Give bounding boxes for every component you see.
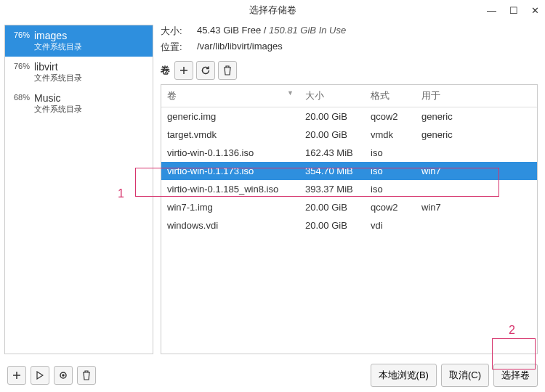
maximize-button[interactable]: ☐ <box>509 5 518 16</box>
pool-actions <box>7 366 96 385</box>
pool-text: images 文件系统目录 <box>34 30 82 52</box>
cell-usedby <box>416 144 537 162</box>
cell-name: virtio-win-0.1.173.iso <box>161 162 299 180</box>
volume-table-wrap: 卷▼ 大小 格式 用于 generic.img 20.00 GiB qcow2 … <box>161 84 538 354</box>
cell-size: 393.37 MiB <box>299 180 365 198</box>
volume-toolbar: 卷 <box>161 61 538 80</box>
record-icon <box>59 371 68 380</box>
pool-pct: 76% <box>11 30 30 39</box>
table-row[interactable]: generic.img 20.00 GiB qcow2 generic <box>161 107 537 126</box>
minimize-button[interactable]: — <box>487 5 496 16</box>
window-controls: — ☐ ✕ <box>487 0 539 20</box>
start-pool-button[interactable] <box>31 366 49 385</box>
cell-name: windows.vdi <box>161 216 299 234</box>
cell-usedby: win7 <box>416 198 537 216</box>
table-row[interactable]: windows.vdi 20.00 GiB vdi <box>161 216 537 234</box>
cell-size: 162.43 MiB <box>299 144 365 162</box>
content-pane: 大小: 45.43 GiB Free / 150.81 GiB In Use 位… <box>153 20 545 354</box>
col-usedby[interactable]: 用于 <box>416 85 537 107</box>
size-value: 45.43 GiB Free / 150.81 GiB In Use <box>197 25 346 38</box>
table-row[interactable]: virtio-win-0.1.173.iso 354.70 MiB iso wi… <box>161 162 537 180</box>
cell-usedby <box>416 180 537 198</box>
refresh-button[interactable] <box>196 61 215 80</box>
cell-size: 20.00 GiB <box>299 107 365 126</box>
cell-size: 354.70 MiB <box>299 162 365 180</box>
size-label: 大小: <box>161 25 190 38</box>
pool-type: 文件系统目录 <box>34 41 82 52</box>
col-size[interactable]: 大小 <box>299 85 365 107</box>
table-row[interactable]: virtio-win-0.1.136.iso 162.43 MiB iso <box>161 144 537 162</box>
trash-icon <box>223 65 232 75</box>
bottom-bar: 本地浏览(B) 取消(C) 选择卷 <box>0 359 545 392</box>
cell-format: qcow2 <box>365 107 416 126</box>
plus-icon <box>12 371 21 380</box>
location-label: 位置: <box>161 41 190 54</box>
delete-pool-button[interactable] <box>77 366 96 385</box>
add-volume-button[interactable] <box>174 61 193 80</box>
sort-indicator-icon: ▼ <box>287 89 294 97</box>
pool-text: libvirt 文件系统目录 <box>34 61 82 83</box>
cell-usedby <box>416 216 537 234</box>
titlebar: 选择存储卷 — ☐ ✕ <box>0 0 545 20</box>
table-header-row: 卷▼ 大小 格式 用于 <box>161 85 537 107</box>
col-name[interactable]: 卷▼ <box>161 85 299 107</box>
pool-type: 文件系统目录 <box>34 73 82 83</box>
cell-format: iso <box>365 162 416 180</box>
cell-name: virtio-win-0.1.136.iso <box>161 144 299 162</box>
cell-format: iso <box>365 180 416 198</box>
pool-pct: 76% <box>11 61 30 70</box>
cell-name: virtio-win-0.1.185_win8.iso <box>161 180 299 198</box>
dialog-actions: 本地浏览(B) 取消(C) 选择卷 <box>371 364 538 387</box>
svg-point-1 <box>62 374 65 377</box>
pool-item[interactable]: 68% Music 文件系统目录 <box>5 88 153 119</box>
pool-type: 文件系统目录 <box>34 104 82 115</box>
window-title: 选择存储卷 <box>249 4 296 17</box>
pool-item[interactable]: 76% images 文件系统目录 <box>5 25 153 57</box>
location-info: 位置: /var/lib/libvirt/images <box>161 41 538 54</box>
pool-name: images <box>34 30 82 41</box>
add-pool-button[interactable] <box>7 366 26 385</box>
pool-pct: 68% <box>11 92 30 102</box>
size-info: 大小: 45.43 GiB Free / 150.81 GiB In Use <box>161 25 538 38</box>
volume-table: 卷▼ 大小 格式 用于 generic.img 20.00 GiB qcow2 … <box>161 85 537 234</box>
pool-text: Music 文件系统目录 <box>34 92 82 115</box>
table-row[interactable]: target.vmdk 20.00 GiB vmdk generic <box>161 126 537 144</box>
cell-name: win7-1.img <box>161 198 299 216</box>
pool-name: Music <box>34 92 82 104</box>
cell-usedby: generic <box>416 126 537 144</box>
table-row[interactable]: win7-1.img 20.00 GiB qcow2 win7 <box>161 198 537 216</box>
cell-usedby: generic <box>416 107 537 126</box>
cancel-button[interactable]: 取消(C) <box>441 364 489 387</box>
play-icon <box>36 371 44 380</box>
delete-volume-button[interactable] <box>218 61 237 80</box>
cell-usedby: win7 <box>416 162 537 180</box>
main-content: 76% images 文件系统目录 76% libvirt 文件系统目录 68%… <box>0 20 545 354</box>
plus-icon <box>179 66 188 75</box>
cell-name: generic.img <box>161 107 299 126</box>
cell-size: 20.00 GiB <box>299 216 365 234</box>
cell-format: qcow2 <box>365 198 416 216</box>
cell-format: iso <box>365 144 416 162</box>
table-row[interactable]: virtio-win-0.1.185_win8.iso 393.37 MiB i… <box>161 180 537 198</box>
trash-icon <box>82 370 91 380</box>
cell-format: vdi <box>365 216 416 234</box>
close-button[interactable]: ✕ <box>531 5 539 16</box>
cell-name: target.vmdk <box>161 126 299 144</box>
volume-toolbar-label: 卷 <box>161 64 170 77</box>
stop-pool-button[interactable] <box>54 366 73 385</box>
choose-volume-button[interactable]: 选择卷 <box>493 364 538 387</box>
cell-size: 20.00 GiB <box>299 126 365 144</box>
refresh-icon <box>201 65 211 75</box>
cell-format: vmdk <box>365 126 416 144</box>
browse-local-button[interactable]: 本地浏览(B) <box>371 364 437 387</box>
pool-sidebar: 76% images 文件系统目录 76% libvirt 文件系统目录 68%… <box>4 25 153 354</box>
pool-item[interactable]: 76% libvirt 文件系统目录 <box>5 57 153 88</box>
cell-size: 20.00 GiB <box>299 198 365 216</box>
col-format[interactable]: 格式 <box>365 85 416 107</box>
location-value: /var/lib/libvirt/images <box>197 41 283 54</box>
pool-name: libvirt <box>34 61 82 73</box>
